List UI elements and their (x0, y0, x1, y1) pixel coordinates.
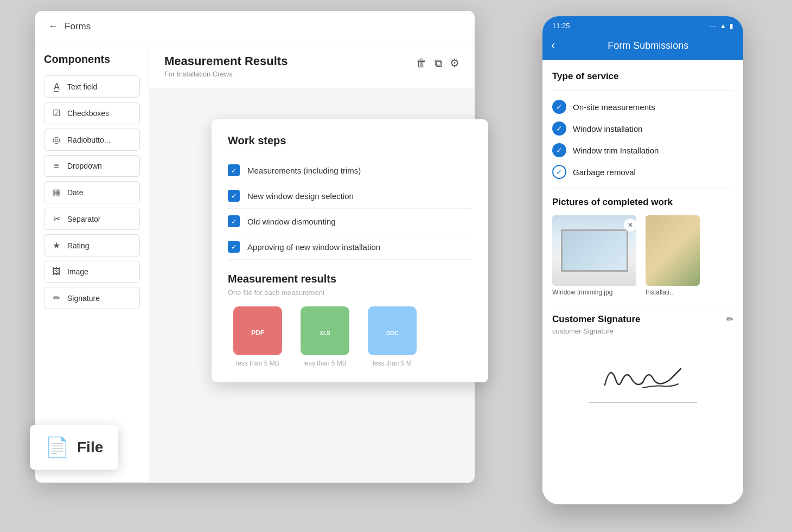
sidebar-item-label: Text field (67, 82, 97, 91)
rating-icon: ★ (51, 240, 62, 251)
divider-top (552, 91, 733, 91)
divider-bottom (552, 305, 733, 305)
docx-size-label: less than 5 M (362, 360, 422, 367)
work-step-item-1: ✓ New window design selection (228, 183, 472, 209)
sidebar-item-label: Rating (67, 241, 89, 250)
window-title: Forms (65, 21, 91, 32)
service-label-3: Garbage removal (573, 168, 636, 177)
phone-back-button[interactable]: ‹ (551, 39, 555, 53)
checkbox-2[interactable]: ✓ (228, 215, 240, 227)
phone-header-title: Form Submissions (561, 40, 734, 52)
svg-text:XLS: XLS (320, 330, 330, 336)
pdf-icon: PDF (233, 306, 282, 355)
service-checkbox-3: ✓ (552, 165, 566, 179)
signature-header: Customer Signature ✏ (552, 314, 733, 325)
service-item-3[interactable]: ✓ Garbage removal (552, 165, 733, 179)
measurement-results-section: Measurement results One file for each me… (228, 273, 472, 367)
separator-icon: ✂ (51, 214, 62, 224)
window-header: ← Forms (35, 11, 475, 42)
phone-body: Type of service ✓ On-site measurements ✓… (542, 60, 743, 494)
file-upload-pdf[interactable]: PDF less than 5 MB (228, 306, 288, 367)
sidebar-item-label: Image (67, 267, 88, 276)
sidebar-item-label: Separator (67, 215, 100, 223)
checkbox-3[interactable]: ✓ (228, 241, 240, 253)
date-icon: ▦ (51, 187, 62, 197)
sidebar-item-label: Date (67, 188, 84, 197)
signature-drawing (589, 347, 697, 401)
phone-status-bar: 11:25 ···· ▲ ▮ (542, 16, 743, 33)
service-checkbox-0: ✓ (552, 100, 566, 114)
sidebar-item-separator[interactable]: ✂ Separator (44, 208, 140, 230)
picture-caption-1: Window trimming.jpg (552, 289, 640, 296)
pictures-row: ✕ Window trimming.jpg Installati... (552, 215, 733, 296)
checkboxes-icon: ☑ (51, 108, 62, 118)
back-button[interactable]: ← (48, 21, 58, 32)
wifi-icon: ▲ (720, 22, 726, 30)
picture-card-2: Installati... (646, 215, 733, 296)
work-step-item-0: ✓ Measurements (including trims) (228, 158, 472, 183)
pictures-section: Pictures of completed work ✕ Window trim… (552, 197, 733, 296)
type-of-service-section: Type of service ✓ On-site measurements ✓… (552, 71, 733, 188)
image-icon: 🖼 (51, 267, 62, 277)
service-item-2[interactable]: ✓ Window trim Installation (552, 143, 733, 157)
work-step-item-3: ✓ Approving of new window installation (228, 234, 472, 260)
service-label-0: On-site measurements (573, 102, 655, 112)
pictures-title: Pictures of completed work (552, 197, 733, 208)
sidebar-item-dropdown[interactable]: ≡ Dropdown (44, 155, 140, 177)
service-item-0[interactable]: ✓ On-site measurements (552, 100, 733, 114)
checkbox-1[interactable]: ✓ (228, 190, 240, 202)
divider-mid (552, 188, 733, 188)
signal-dots-icon: ···· (710, 22, 717, 30)
signature-edit-icon[interactable]: ✏ (726, 314, 733, 324)
sidebar-item-image[interactable]: 🖼 Image (44, 261, 140, 283)
file-tooltip: 📄 File (30, 425, 118, 470)
copy-button[interactable]: ⧉ (435, 57, 442, 69)
signature-section: Customer Signature ✏ customer Signature (552, 314, 733, 407)
signature-baseline (589, 402, 697, 402)
sidebar-item-text-field[interactable]: A̲ Text field (44, 75, 140, 98)
delete-button[interactable]: 🗑 (416, 57, 427, 69)
sidebar-item-label: Checkboxes (67, 109, 109, 118)
picture-card-1: ✕ Window trimming.jpg (552, 215, 640, 296)
picture-close-button-1[interactable]: ✕ (624, 219, 637, 232)
sidebar-item-label: Radiobutto... (67, 136, 110, 144)
file-upload-xlsx[interactable]: XLS less than 5 MB (295, 306, 355, 367)
file-icon: 📄 (45, 436, 69, 459)
checkbox-0[interactable]: ✓ (228, 164, 240, 176)
signature-icon: ✏ (51, 293, 62, 303)
sidebar-item-rating[interactable]: ★ Rating (44, 234, 140, 257)
settings-button[interactable]: ⚙ (450, 56, 459, 69)
work-step-item-2: ✓ Old window dismounting (228, 209, 472, 234)
docx-icon: DOC (368, 306, 417, 355)
sidebar-item-label: Signature (67, 294, 100, 303)
measurement-results-subtitle: One file for each measurement (228, 289, 472, 297)
signature-subtitle: customer Signature (552, 327, 733, 335)
status-icons: ···· ▲ ▮ (710, 22, 733, 30)
file-upload-row: PDF less than 5 MB XLS less than 5 MB (228, 306, 472, 367)
work-step-label-0: Measurements (including trims) (247, 166, 361, 175)
sidebar-item-signature[interactable]: ✏ Signature (44, 287, 140, 309)
sidebar-item-date[interactable]: ▦ Date (44, 181, 140, 203)
file-label: File (77, 439, 103, 456)
work-step-label-3: Approving of new window installation (247, 242, 380, 252)
file-upload-docx[interactable]: DOC less than 5 M (362, 306, 422, 367)
phone-header: ‹ Form Submissions (542, 33, 743, 60)
radiobutton-icon: ◎ (51, 134, 62, 145)
service-item-1[interactable]: ✓ Window installation (552, 121, 733, 136)
xlsx-size-label: less than 5 MB (295, 360, 355, 367)
service-label-2: Window trim Installation (573, 146, 659, 155)
form-title: Measurement Results (164, 54, 288, 68)
svg-text:DOC: DOC (386, 330, 398, 336)
phone-time: 11:25 (552, 22, 570, 30)
sidebar-item-radiobutton[interactable]: ◎ Radiobutto... (44, 129, 140, 151)
sidebar-item-label: Dropdown (67, 162, 102, 170)
work-step-label-1: New window design selection (247, 191, 354, 201)
service-checkbox-2: ✓ (552, 143, 566, 157)
type-of-service-title: Type of service (552, 71, 733, 82)
battery-icon: ▮ (730, 22, 733, 30)
work-steps-title: Work steps (228, 134, 472, 147)
pdf-size-label: less than 5 MB (228, 360, 288, 367)
sidebar-item-checkboxes[interactable]: ☑ Checkboxes (44, 102, 140, 124)
service-label-1: Window installation (573, 124, 642, 133)
sidebar: Components A̲ Text field ☑ Checkboxes ◎ … (35, 42, 149, 482)
